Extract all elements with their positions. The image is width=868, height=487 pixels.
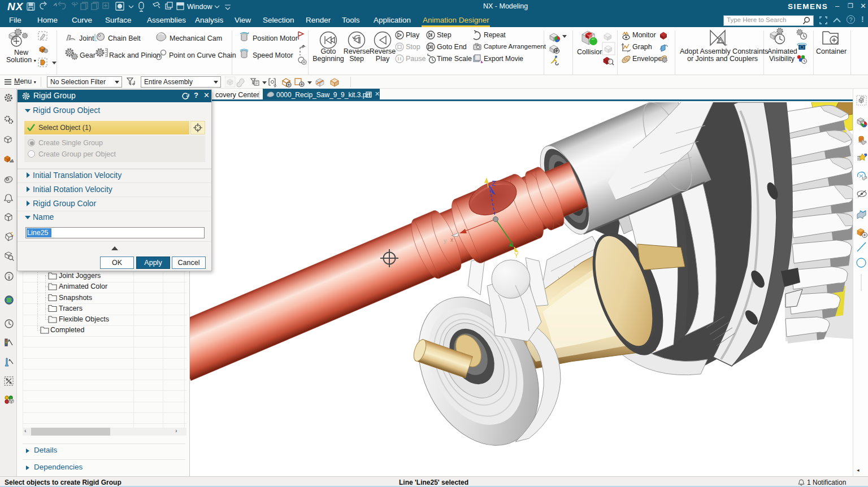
svg-text:y: y (444, 238, 446, 244)
svg-text:x: x (450, 237, 453, 243)
svg-text:Window: Window (187, 3, 212, 11)
svg-text:Y: Y (514, 251, 519, 259)
svg-text:Z: Z (492, 180, 496, 188)
